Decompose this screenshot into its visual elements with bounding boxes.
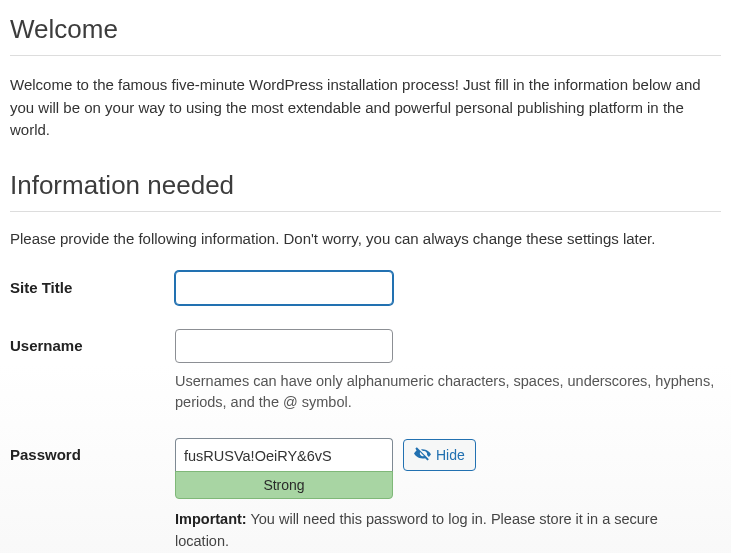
site-title-input[interactable] bbox=[175, 271, 393, 305]
important-text: You will need this password to log in. P… bbox=[175, 511, 658, 549]
username-field-wrap: Usernames can have only alphanumeric cha… bbox=[175, 329, 715, 415]
important-prefix: Important: bbox=[175, 511, 247, 527]
username-row: Username Usernames can have only alphanu… bbox=[10, 329, 721, 415]
info-needed-heading: Information needed bbox=[10, 170, 721, 201]
site-title-row: Site Title bbox=[10, 271, 721, 305]
site-title-field-wrap bbox=[175, 271, 715, 305]
username-input[interactable] bbox=[175, 329, 393, 363]
divider bbox=[10, 55, 721, 56]
info-prompt: Please provide the following information… bbox=[10, 230, 721, 247]
eye-slash-icon bbox=[414, 445, 431, 465]
password-field-wrap: Strong Hide Important: You will need thi… bbox=[175, 438, 715, 553]
welcome-heading: Welcome bbox=[10, 14, 721, 45]
hide-password-button[interactable]: Hide bbox=[403, 439, 476, 471]
username-hint: Usernames can have only alphanumeric cha… bbox=[175, 371, 715, 415]
site-title-label: Site Title bbox=[10, 271, 175, 296]
password-label: Password bbox=[10, 438, 175, 463]
password-strength-meter: Strong bbox=[175, 471, 393, 499]
divider bbox=[10, 211, 721, 212]
welcome-intro: Welcome to the famous five-minute WordPr… bbox=[10, 74, 721, 142]
password-input[interactable] bbox=[175, 438, 393, 472]
password-group: Strong bbox=[175, 438, 393, 499]
username-label: Username bbox=[10, 329, 175, 354]
hide-button-label: Hide bbox=[436, 447, 465, 463]
password-row: Password Strong Hide Important: You will… bbox=[10, 438, 721, 553]
password-important-note: Important: You will need this password t… bbox=[175, 509, 715, 553]
